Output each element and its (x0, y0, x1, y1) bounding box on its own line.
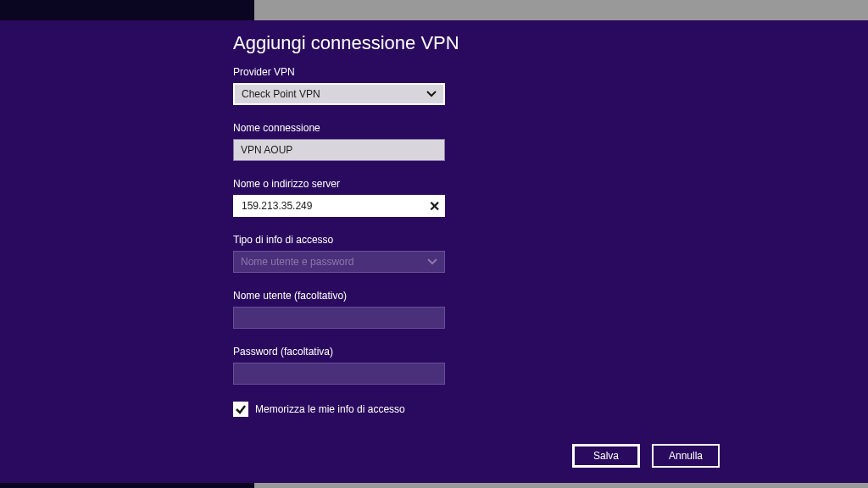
connection-name-field-group: Nome connessione (233, 122, 742, 161)
cancel-button[interactable]: Annulla (652, 444, 720, 468)
remember-label: Memorizza le mie info di accesso (255, 403, 405, 415)
server-field-group: Nome o indirizzo server ✕ (233, 178, 742, 217)
save-button[interactable]: Salva (572, 444, 640, 468)
remember-checkbox[interactable] (233, 402, 248, 417)
server-label: Nome o indirizzo server (233, 178, 742, 190)
signin-type-select: Nome utente e password (233, 251, 445, 273)
vpn-settings-panel: Aggiungi connessione VPN Provider VPN Ch… (0, 20, 868, 483)
username-label: Nome utente (facoltativo) (233, 290, 742, 302)
provider-label: Provider VPN (233, 66, 742, 78)
dialog-button-row: Salva Annulla (572, 444, 720, 468)
signin-type-label: Tipo di info di accesso (233, 234, 742, 246)
chevron-down-icon (427, 256, 437, 268)
chevron-down-icon (426, 88, 437, 100)
window-chrome-bottom-dark (0, 483, 254, 488)
provider-field-group: Provider VPN Check Point VPN (233, 66, 742, 105)
remember-checkbox-row: Memorizza le mie info di accesso (233, 402, 742, 417)
provider-value: Check Point VPN (242, 88, 320, 100)
connection-name-input[interactable] (233, 139, 445, 161)
clear-icon[interactable]: ✕ (429, 198, 440, 214)
dialog-title: Aggiungi connessione VPN (233, 32, 742, 54)
username-field-group: Nome utente (facoltativo) (233, 290, 742, 329)
password-label: Password (facoltativa) (233, 346, 742, 358)
signin-type-field-group: Tipo di info di accesso Nome utente e pa… (233, 234, 742, 273)
window-chrome-top-dark (0, 0, 254, 20)
provider-select[interactable]: Check Point VPN (233, 83, 445, 105)
form-content: Aggiungi connessione VPN Provider VPN Ch… (233, 32, 742, 417)
password-input[interactable] (233, 363, 445, 385)
connection-name-label: Nome connessione (233, 122, 742, 134)
checkmark-icon (235, 403, 247, 415)
password-field-group: Password (facoltativa) (233, 346, 742, 385)
username-input[interactable] (233, 307, 445, 329)
signin-type-value: Nome utente e password (241, 256, 353, 268)
server-input[interactable] (233, 195, 445, 217)
